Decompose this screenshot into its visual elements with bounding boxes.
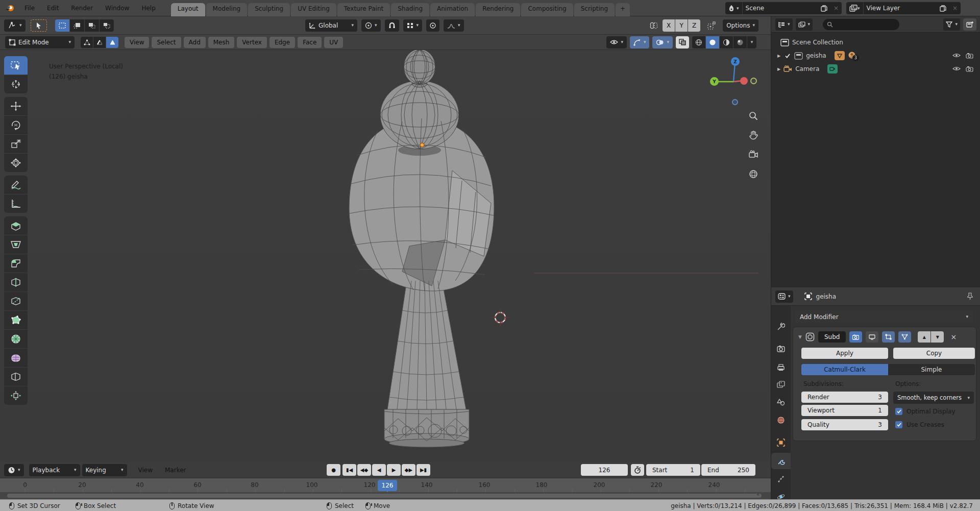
- tool-smooth[interactable]: [4, 349, 28, 367]
- perspective-toggle-icon[interactable]: [747, 168, 760, 180]
- menu-add[interactable]: Add: [184, 37, 206, 48]
- apply-button[interactable]: Apply: [801, 348, 888, 359]
- properties-editor-type-dropdown[interactable]: ▾: [775, 290, 793, 303]
- gizmo-x-negative[interactable]: [750, 78, 757, 84]
- timeline-ruler[interactable]: 0 20 40 60 80 100 120 140 160 180 200 22…: [0, 478, 771, 492]
- use-creases-option[interactable]: Use Creases: [895, 421, 944, 428]
- timeline-scrollbar[interactable]: «: [7, 494, 762, 498]
- panel-expand-icon[interactable]: ▼: [798, 334, 802, 339]
- pivot-point-dropdown[interactable]: ▾: [361, 19, 381, 32]
- camera-data-badge[interactable]: [827, 64, 838, 74]
- tool-edge-slide[interactable]: [4, 368, 28, 386]
- select-mode-intersect-button[interactable]: [100, 19, 114, 32]
- use-preview-range-toggle[interactable]: [631, 464, 644, 476]
- outliner-display-mode-dropdown[interactable]: ▾: [796, 18, 813, 31]
- tool-move[interactable]: [4, 97, 28, 115]
- timeline-marker-menu[interactable]: Marker: [165, 467, 186, 474]
- add-workspace-button[interactable]: +: [616, 3, 630, 16]
- tab-object[interactable]: [771, 434, 791, 451]
- show-overlays-toggle[interactable]: ▾: [652, 36, 673, 48]
- tab-particles[interactable]: [771, 471, 791, 488]
- tool-measure[interactable]: [4, 194, 28, 213]
- use-creases-checkbox[interactable]: [895, 421, 902, 428]
- play-button[interactable]: ▶: [387, 464, 401, 476]
- scrollbar-zoom-handle[interactable]: «: [756, 492, 760, 497]
- render-subdivisions-field[interactable]: Render3: [801, 392, 888, 403]
- quality-field[interactable]: Quality3: [801, 419, 888, 430]
- optimal-display-option[interactable]: Optimal Display: [895, 408, 955, 415]
- modifier-oncage-toggle[interactable]: [898, 331, 911, 343]
- tool-select-box[interactable]: [4, 56, 28, 75]
- object-visibility-dropdown[interactable]: ▾: [606, 36, 627, 48]
- xray-toggle[interactable]: [676, 36, 689, 48]
- record-button[interactable]: ●: [327, 464, 340, 476]
- pin-icon[interactable]: [967, 293, 973, 300]
- expand-arrow-icon[interactable]: ▶: [777, 54, 780, 58]
- scene-copy-icon[interactable]: [818, 2, 830, 14]
- menu-window[interactable]: Window: [99, 0, 135, 16]
- menu-edge[interactable]: Edge: [270, 37, 295, 48]
- camera-view-icon[interactable]: [747, 149, 760, 161]
- wireframe-shading-button[interactable]: [692, 36, 705, 48]
- outliner-row-geisha[interactable]: ▶ geisha 3: [771, 49, 980, 62]
- keying-menu[interactable]: Keying▾: [82, 464, 127, 476]
- mirror-z-button[interactable]: Z: [688, 19, 700, 32]
- modifier-move-up-button[interactable]: ▲: [918, 331, 930, 343]
- solid-shading-button[interactable]: [706, 36, 719, 48]
- modifier-render-toggle[interactable]: [849, 331, 862, 343]
- tab-scripting[interactable]: Scripting: [574, 3, 615, 16]
- outliner-editor-type-dropdown[interactable]: ▾: [775, 18, 793, 31]
- expand-arrow-icon[interactable]: ▶: [777, 67, 780, 71]
- tab-view-layer[interactable]: [771, 376, 791, 393]
- playhead[interactable]: 126: [378, 480, 397, 491]
- scene-name[interactable]: Scene: [743, 2, 818, 14]
- optimal-display-checkbox[interactable]: [895, 408, 902, 415]
- mirror-x-button[interactable]: X: [663, 19, 675, 32]
- tool-scale[interactable]: [4, 135, 28, 153]
- outliner-row-camera[interactable]: ▶ Camera: [771, 62, 980, 76]
- tool-bevel[interactable]: [4, 254, 28, 273]
- tool-cursor[interactable]: [4, 75, 28, 93]
- gizmo-x-axis[interactable]: [740, 77, 748, 85]
- tool-loop-cut[interactable]: [4, 273, 28, 291]
- rendered-shading-button[interactable]: [733, 36, 747, 48]
- prev-keyframe-button[interactable]: ◀◆: [357, 464, 371, 476]
- tool-extrude-region[interactable]: [4, 216, 28, 235]
- play-reverse-button[interactable]: ◀: [372, 464, 386, 476]
- viewport-canvas[interactable]: User Perspective (Local) (126) geisha Z …: [0, 50, 771, 462]
- zoom-view-icon[interactable]: [747, 110, 760, 122]
- collection-checkbox[interactable]: [783, 52, 791, 60]
- proportional-editing-icon[interactable]: [426, 19, 439, 32]
- jump-to-end-button[interactable]: ▶▮: [416, 464, 430, 476]
- viewport-subdivisions-field[interactable]: Viewport1: [801, 405, 888, 416]
- tab-scene[interactable]: [771, 394, 791, 410]
- start-frame-field[interactable]: Start1: [646, 464, 700, 476]
- view-layer-name[interactable]: View Layer: [864, 2, 937, 14]
- tool-spin[interactable]: [4, 330, 28, 348]
- vertex-select-mode-button[interactable]: [81, 37, 93, 48]
- modifier-delete-button[interactable]: ×: [950, 333, 957, 341]
- material-shading-button[interactable]: [720, 36, 733, 48]
- show-gizmo-toggle[interactable]: ▾: [630, 36, 650, 48]
- tab-sculpting[interactable]: Sculpting: [248, 3, 290, 16]
- tool-shrink-fatten[interactable]: [4, 386, 28, 405]
- menu-face[interactable]: Face: [298, 37, 322, 48]
- options-dropdown[interactable]: Options ▾: [723, 19, 758, 32]
- tool-transform[interactable]: [4, 154, 28, 172]
- menu-vertex[interactable]: Vertex: [237, 37, 267, 48]
- disable-render-camera-icon[interactable]: [966, 66, 973, 72]
- select-mode-new-button[interactable]: [55, 19, 69, 32]
- mesh-data-badge[interactable]: [835, 51, 845, 60]
- select-mode-extend-button[interactable]: [70, 19, 84, 32]
- falloff-dropdown[interactable]: ▾: [444, 19, 464, 32]
- tab-shading[interactable]: Shading: [391, 3, 429, 16]
- gizmo-z-axis[interactable]: Z: [731, 57, 740, 66]
- tab-uv-editing[interactable]: UV Editing: [291, 3, 336, 16]
- navigation-gizmo[interactable]: Z Y: [707, 54, 763, 110]
- tab-rendering[interactable]: Rendering: [476, 3, 520, 16]
- add-modifier-dropdown[interactable]: Add Modifier ▾: [795, 310, 973, 323]
- snap-magnet-icon[interactable]: [385, 19, 399, 32]
- tool-annotate[interactable]: [4, 176, 28, 194]
- tool-inset-faces[interactable]: [4, 235, 28, 254]
- timeline-editor-type-dropdown[interactable]: ▾: [4, 464, 24, 476]
